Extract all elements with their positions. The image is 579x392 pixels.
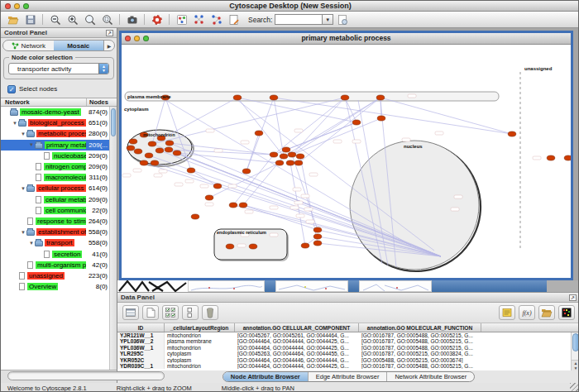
network-node[interactable] [191, 214, 199, 219]
tree-expander-icon[interactable]: ▼ [12, 121, 18, 126]
tree-item[interactable]: unassigned223(0) [1, 270, 117, 281]
column-header[interactable]: annotation.GO MOLECULAR_FUNCTION [359, 323, 481, 332]
open-file-icon[interactable] [4, 12, 22, 27]
column-header[interactable]: annotation.GO CELLULAR_COMPONENT [235, 323, 359, 332]
tree-item[interactable]: cell communicat22(0) [1, 205, 117, 216]
table-row[interactable]: YKR052Ccytoplasm[GO:0044464, GO:0044446,… [117, 357, 579, 363]
zoom-in-icon[interactable] [64, 12, 81, 27]
network-node[interactable] [145, 153, 153, 158]
tree-expander-icon[interactable]: ▼ [20, 186, 26, 191]
new-attribute-icon[interactable] [142, 305, 159, 320]
select-nodes-checkbox[interactable]: ✓ [7, 85, 16, 93]
import-folder-icon[interactable] [538, 305, 555, 320]
tree-expander-icon[interactable]: ▼ [20, 230, 26, 235]
network-node[interactable] [280, 154, 288, 159]
layout-icon-a[interactable] [190, 12, 208, 27]
network-canvas[interactable]: plasma membranecytoplasmmitochondrionnuc… [122, 45, 571, 278]
help-icon[interactable] [148, 12, 165, 27]
network-node[interactable] [301, 243, 309, 248]
network-node[interactable] [275, 160, 284, 165]
network-node[interactable] [313, 227, 322, 232]
network-node[interactable] [270, 152, 278, 157]
network-node[interactable] [352, 120, 361, 125]
tab-overflow-arrow[interactable]: ▶ [103, 41, 114, 50]
unselect-attributes-icon[interactable] [182, 305, 199, 320]
table-row[interactable]: YPL036W__2plasma membrane[GO:0044464, GO… [117, 338, 579, 344]
table-scrollbar[interactable]: ▲▼ [571, 332, 579, 370]
network-node[interactable] [249, 244, 257, 249]
zoom-fit-icon[interactable] [81, 12, 98, 27]
network-node[interactable] [547, 155, 555, 160]
network-node[interactable] [205, 195, 213, 200]
network-zoom-button[interactable] [143, 36, 149, 41]
vizmapper-icon[interactable] [173, 12, 190, 27]
tree-item[interactable]: response to stimulu264(0) [1, 216, 117, 227]
annotation-icon[interactable] [225, 12, 242, 27]
tree-expander-icon[interactable]: ▼ [28, 241, 35, 246]
tree-item[interactable]: nitrogen compo209(0) [1, 161, 117, 172]
network-node[interactable] [173, 151, 181, 155]
tree-item[interactable]: ▼transport558(0) [1, 237, 117, 248]
attribute-grid-icon[interactable] [122, 305, 139, 320]
tree-expander-icon[interactable]: ▼ [28, 142, 35, 147]
tree-item[interactable]: Overview8(0) [1, 281, 117, 292]
network-node[interactable] [376, 95, 385, 100]
tree-scrollbar-thumb[interactable] [111, 108, 116, 136]
tree-item[interactable]: multi-organism pro42(0) [1, 260, 117, 270]
network-node[interactable] [341, 95, 349, 100]
network-node[interactable] [377, 116, 385, 121]
tree-expander-icon[interactable]: ▼ [20, 131, 26, 136]
node-color-select[interactable]: transporter activity ▲▼ [8, 63, 109, 74]
select-attributes-icon[interactable] [162, 305, 179, 320]
tab-network-attribute-browser[interactable]: Network Attribute Browser [387, 372, 474, 381]
save-icon[interactable] [22, 12, 39, 27]
network-node[interactable] [129, 139, 137, 144]
search-input[interactable] [275, 14, 323, 25]
table-row[interactable]: YJR121W__1mitochondrion[GO:0045267, GO:0… [117, 332, 579, 338]
tree-item[interactable]: cellular metabo209(0) [1, 194, 117, 205]
network-node[interactable] [187, 168, 195, 173]
column-header[interactable]: ID [117, 323, 165, 332]
tree-item[interactable]: mosaic-demo-yeast874(0) [1, 107, 117, 117]
network-node[interactable] [313, 241, 322, 246]
table-row[interactable]: YLR295Ccytoplasm[GO:0045263, GO:0044464,… [117, 351, 579, 356]
tree-item[interactable]: macromolecule311(0) [1, 172, 117, 183]
network-node[interactable] [282, 147, 290, 152]
zoom-selected-icon[interactable] [98, 12, 116, 27]
network-window-titlebar[interactable]: primary metabolic process [122, 33, 571, 45]
tree-item[interactable]: secretion41(0) [1, 248, 117, 259]
zoom-out-icon[interactable] [46, 12, 64, 27]
network-close-button[interactable] [125, 36, 131, 41]
resize-grip[interactable] [570, 383, 579, 392]
network-node[interactable] [508, 131, 516, 136]
network-node[interactable] [564, 155, 571, 160]
tab-node-attribute-browser[interactable]: Node Attribute Browser [223, 372, 309, 381]
tree-item[interactable]: nucleobase-209(0) [1, 151, 117, 161]
tree-scrollbar[interactable] [109, 107, 117, 370]
network-node[interactable] [229, 203, 237, 208]
network-node[interactable] [242, 169, 251, 174]
network-node[interactable] [255, 131, 263, 136]
tree-item[interactable]: ▼primary metabolic209(... [1, 140, 117, 151]
network-node[interactable] [156, 148, 164, 153]
tree-item[interactable]: ▼cellular process614(0) [1, 183, 117, 194]
tab-mosaic[interactable]: Mosaic [54, 41, 104, 50]
zoom-button[interactable] [23, 3, 29, 9]
network-node[interactable] [213, 184, 222, 189]
layout-icon-b[interactable] [208, 12, 225, 27]
float-panel-icon[interactable]: ↗ [569, 294, 577, 301]
float-panel-icon[interactable]: ↗ [106, 30, 113, 36]
column-header[interactable]: _cellularLayoutRegion [165, 323, 235, 332]
network-node[interactable] [127, 146, 135, 151]
note-icon[interactable] [499, 305, 515, 320]
table-row[interactable]: YPL036W__1mitochondrion[GO:0044464, GO:0… [117, 345, 579, 351]
network-node[interactable] [151, 160, 159, 165]
tab-edge-attribute-browser[interactable]: Edge Attribute Browser [309, 372, 388, 381]
network-node[interactable] [165, 141, 174, 146]
network-node[interactable] [134, 149, 142, 154]
table-scrollbar-arrows[interactable]: ▲▼ [572, 360, 579, 370]
network-node[interactable] [313, 234, 322, 239]
table-row[interactable]: YDR039C__1mitochondrion[GO:0044464, GO:0… [117, 363, 579, 369]
network-node[interactable] [165, 147, 173, 152]
network-node[interactable] [148, 141, 156, 146]
